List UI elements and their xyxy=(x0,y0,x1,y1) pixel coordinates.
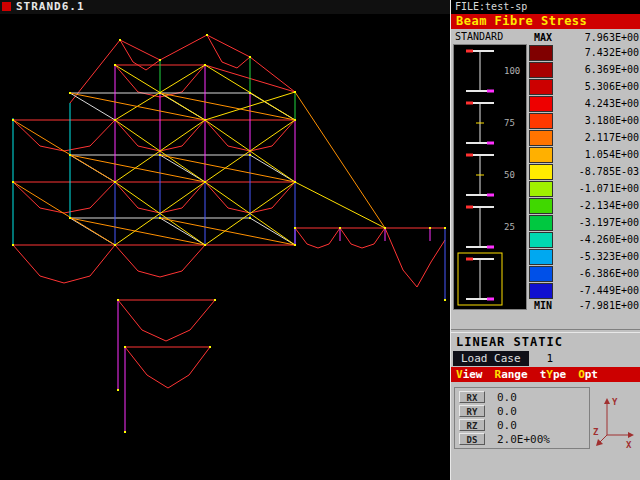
model-node xyxy=(69,217,71,219)
scale-band-value: -2.134E+00 xyxy=(553,200,639,211)
beam-section-thumbnail[interactable] xyxy=(466,103,494,143)
model-edge xyxy=(115,245,205,277)
model-viewport xyxy=(0,14,450,480)
beam-section-thumbnail[interactable] xyxy=(466,207,494,247)
model-edge xyxy=(70,218,205,245)
scale-band-value: 6.369E+00 xyxy=(553,64,639,75)
scale-max-row: MAX 7.963E+00 xyxy=(529,31,639,44)
scale-band-swatch xyxy=(529,198,553,214)
model-edge xyxy=(207,35,250,68)
rotation-x-value: 0.0 xyxy=(497,391,517,404)
rotation-y-value: 0.0 xyxy=(497,405,517,418)
scale-band-row: 7.432E+00 xyxy=(529,44,639,61)
control-panel: FILE:test-sp Beam Fibre Stress STANDARD … xyxy=(450,0,640,480)
scale-band-row: 3.180E+00 xyxy=(529,112,639,129)
beam-section-thumbnail[interactable] xyxy=(466,155,494,195)
model-node xyxy=(249,92,251,94)
model-node xyxy=(119,39,121,41)
model-node xyxy=(384,227,386,229)
menu-opt-hotkey: O xyxy=(578,368,585,381)
menu-opt[interactable]: Opt xyxy=(578,367,598,382)
model-node xyxy=(159,154,161,156)
model-edge xyxy=(13,245,115,283)
axis-y-label: Y xyxy=(612,397,618,407)
max-label: MAX xyxy=(529,32,557,43)
scale-band-swatch xyxy=(529,96,553,112)
file-bar: FILE:test-sp xyxy=(451,0,640,14)
axis-triad: Y X Z xyxy=(593,391,639,451)
model-node xyxy=(214,299,216,301)
menu-type[interactable]: tYpe xyxy=(540,367,567,382)
load-case-value[interactable]: 1 xyxy=(547,352,554,365)
scale-band-swatch xyxy=(529,113,553,129)
scale-band-row: -7.449E+00 xyxy=(529,282,639,299)
model-node xyxy=(209,346,211,348)
scale-band-value: 4.243E+00 xyxy=(553,98,639,109)
scale-band-value: -6.386E+00 xyxy=(553,268,639,279)
scale-band-value: 7.432E+00 xyxy=(553,47,639,58)
menu-view[interactable]: View xyxy=(456,367,483,382)
display-scale-label: DS xyxy=(459,433,485,445)
scale-band-value: 1.054E+00 xyxy=(553,149,639,160)
model-wireframe xyxy=(0,14,450,480)
menu-type-post: pe xyxy=(553,368,566,381)
menu-bar: View Range tYpe Opt xyxy=(451,367,640,382)
scale-band-swatch xyxy=(529,79,553,95)
model-edge xyxy=(13,182,115,245)
model-edge xyxy=(295,182,385,228)
model-edge xyxy=(250,57,295,92)
model-node xyxy=(124,431,126,433)
scale-band-row: -2.134E+00 xyxy=(529,197,639,214)
scale-band-value: -3.197E+00 xyxy=(553,217,639,228)
beam-section-thumbnail[interactable] xyxy=(466,51,494,91)
scale-band-row: -6.386E+00 xyxy=(529,265,639,282)
scale-band-row: -5.323E+00 xyxy=(529,248,639,265)
load-case-row: Load Case 1 xyxy=(453,351,553,366)
model-edge xyxy=(118,300,215,341)
scale-band-value: 3.180E+00 xyxy=(553,115,639,126)
result-title: Beam Fibre Stress xyxy=(451,14,640,29)
menu-opt-post: pt xyxy=(585,368,598,381)
beam-sections-graphic: 100755025 xyxy=(454,45,526,309)
model-node xyxy=(69,92,71,94)
scale-band-row: -4.260E+00 xyxy=(529,231,639,248)
model-node xyxy=(12,181,14,183)
rotation-x-label: RX xyxy=(459,391,485,403)
load-case-button[interactable]: Load Case xyxy=(453,351,529,366)
panel-body: STANDARD 100755025 MAX 7.963E+00 7.432E+… xyxy=(451,29,640,480)
scale-band-value: -5.323E+00 xyxy=(553,251,639,262)
scale-band-row: -3.197E+00 xyxy=(529,214,639,231)
model-node xyxy=(159,92,161,94)
title-bar: STRAND6.1 xyxy=(0,0,450,14)
model-node xyxy=(159,59,161,61)
menu-view-post: iew xyxy=(463,368,483,381)
scale-band-value: 2.117E+00 xyxy=(553,132,639,143)
scale-band-swatch xyxy=(529,164,553,180)
section-scale-label: 100 xyxy=(504,66,520,76)
application-window: STRAND6.1 FILE:test-sp Beam Fibre Stress… xyxy=(0,0,640,480)
max-value: 7.963E+00 xyxy=(557,32,639,43)
scale-band-swatch xyxy=(529,249,553,265)
min-value: -7.981E+00 xyxy=(557,300,639,311)
model-edge xyxy=(70,93,205,120)
section-scale-label: 50 xyxy=(504,170,515,180)
scale-band-row: 2.117E+00 xyxy=(529,129,639,146)
rotation-z-value: 0.0 xyxy=(497,419,517,432)
menu-type-hotkey: Y xyxy=(546,368,553,381)
beam-sections-box[interactable]: 100755025 xyxy=(453,44,527,310)
scale-band-swatch xyxy=(529,147,553,163)
model-node xyxy=(294,181,296,183)
beam-section-thumbnail[interactable] xyxy=(466,259,494,299)
model-edge xyxy=(295,92,385,228)
scale-band-swatch xyxy=(529,45,553,61)
model-node xyxy=(444,299,446,301)
rotation-z-row: RZ 0.0 xyxy=(459,418,589,432)
scale-min-row: MIN -7.981E+00 xyxy=(529,299,639,312)
scale-band-value: -7.449E+00 xyxy=(553,285,639,296)
model-node xyxy=(204,244,206,246)
rotation-y-row: RY 0.0 xyxy=(459,404,589,418)
menu-range[interactable]: Range xyxy=(495,367,528,382)
scale-band-row: 4.243E+00 xyxy=(529,95,639,112)
model-node xyxy=(69,154,71,156)
stress-scale: MAX 7.963E+00 7.432E+006.369E+005.306E+0… xyxy=(529,31,639,312)
